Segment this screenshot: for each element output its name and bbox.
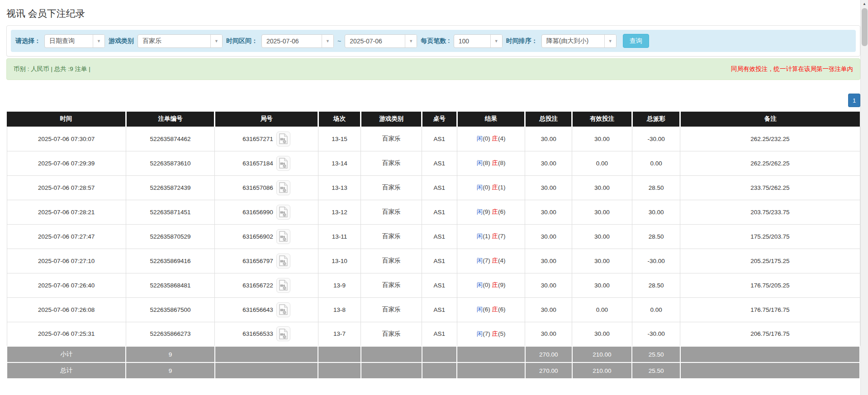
banker-label: 庄 bbox=[492, 208, 498, 215]
page-size-select[interactable]: 100 ▼ bbox=[454, 34, 503, 48]
column-header-0: 时间 bbox=[7, 112, 126, 127]
cell-bet-id: 522635872439 bbox=[126, 175, 215, 200]
video-file-icon bbox=[278, 182, 288, 193]
cell-game-type: 百家乐 bbox=[361, 224, 422, 249]
cell-round: 631657086 bbox=[215, 175, 318, 200]
total-row: 总计9270.00210.0025.50 bbox=[7, 362, 860, 379]
cell-remark: 262.25/232.25 bbox=[680, 127, 860, 151]
total-row-cell-1: 9 bbox=[126, 362, 215, 379]
view-video-button[interactable] bbox=[276, 229, 290, 244]
cell-payout: 0.00 bbox=[632, 151, 680, 175]
video-file-icon bbox=[278, 158, 288, 169]
sort-order-select[interactable]: 降冪(由大到小) ▼ bbox=[541, 34, 617, 48]
cell-game-type: 百家乐 bbox=[361, 297, 422, 322]
subtotal-row-cell-8: 210.00 bbox=[572, 346, 632, 362]
cell-session: 13-13 bbox=[318, 175, 361, 200]
player-label: 闲 bbox=[477, 135, 483, 142]
total-row-cell-7: 270.00 bbox=[525, 362, 572, 379]
chevron-down-icon[interactable]: ▼ bbox=[210, 35, 222, 47]
cell-bet-id: 522635868481 bbox=[126, 273, 215, 297]
search-button[interactable]: 查询 bbox=[623, 34, 649, 48]
cell-time: 2025-07-06 07:26:08 bbox=[7, 297, 126, 322]
date-to-input[interactable]: 2025-07-06 ▼ bbox=[345, 34, 417, 48]
cell-total-bet: 30.00 bbox=[525, 273, 572, 297]
cell-total-bet: 30.00 bbox=[525, 322, 572, 346]
cell-round: 631657184 bbox=[215, 151, 318, 175]
chevron-down-icon[interactable]: ▼ bbox=[322, 35, 333, 47]
cell-valid-bet: 0.00 bbox=[572, 151, 632, 175]
video-file-icon bbox=[278, 329, 288, 339]
page-size-label: 每页笔数 : bbox=[421, 37, 450, 45]
total-row-cell-5 bbox=[422, 362, 457, 379]
player-label: 闲 bbox=[477, 160, 483, 166]
view-video-button[interactable] bbox=[276, 132, 290, 146]
scrollbar-thumb[interactable] bbox=[862, 8, 868, 46]
player-score: (7) bbox=[483, 257, 492, 264]
cell-round: 631656990 bbox=[215, 200, 318, 224]
round-number: 631656643 bbox=[242, 306, 273, 313]
player-score: (7) bbox=[483, 330, 492, 337]
cell-session: 13-8 bbox=[318, 297, 361, 322]
player-label: 闲 bbox=[477, 208, 483, 215]
cell-round: 631657271 bbox=[215, 127, 318, 151]
cell-time: 2025-07-06 07:27:47 bbox=[7, 224, 126, 249]
game-type-select[interactable]: 百家乐 ▼ bbox=[138, 34, 223, 48]
query-type-select[interactable]: 日期查询 ▼ bbox=[44, 34, 105, 48]
cell-session: 13-10 bbox=[318, 249, 361, 273]
page-title: 视讯 会员下注纪录 bbox=[6, 0, 860, 25]
vertical-scrollbar[interactable]: ▲ bbox=[860, 0, 868, 395]
cell-bet-id: 522635867500 bbox=[126, 297, 215, 322]
view-video-button[interactable] bbox=[276, 302, 290, 317]
subtotal-row-cell-1: 9 bbox=[126, 346, 215, 362]
cell-time: 2025-07-06 07:29:39 bbox=[7, 151, 126, 175]
round-number: 631656797 bbox=[242, 258, 273, 264]
video-file-icon bbox=[278, 231, 288, 242]
date-from-value: 2025-07-06 bbox=[262, 35, 322, 47]
cell-remark: 175.25/203.75 bbox=[680, 224, 860, 249]
cell-session: 13-15 bbox=[318, 127, 361, 151]
column-header-6: 结果 bbox=[457, 112, 525, 127]
subtotal-row-cell-9: 25.50 bbox=[632, 346, 680, 362]
table-footer: 小计9270.00210.0025.50总计9270.00210.0025.50 bbox=[7, 346, 860, 379]
pagination-page-1[interactable]: 1 bbox=[848, 94, 860, 107]
round-cell-content: 631656643 bbox=[242, 302, 290, 317]
cell-table-no: AS1 bbox=[422, 151, 457, 175]
view-video-button[interactable] bbox=[276, 205, 290, 220]
date-from-input[interactable]: 2025-07-06 ▼ bbox=[261, 34, 334, 48]
chevron-down-icon[interactable]: ▼ bbox=[405, 35, 417, 47]
cell-valid-bet: 30.00 bbox=[572, 249, 632, 273]
cell-result: 闲(1) 庄(7) bbox=[457, 224, 525, 249]
view-video-button[interactable] bbox=[276, 326, 290, 341]
time-range-label: 时间区间： bbox=[226, 37, 258, 45]
banker-score: (8) bbox=[498, 160, 506, 166]
query-type-value: 日期查询 bbox=[45, 35, 93, 47]
round-cell-content: 631657271 bbox=[242, 132, 290, 146]
cell-session: 13-12 bbox=[318, 200, 361, 224]
round-number: 631656722 bbox=[242, 282, 273, 289]
view-video-button[interactable] bbox=[276, 254, 290, 268]
round-cell-content: 631657086 bbox=[242, 180, 290, 195]
chevron-down-icon[interactable]: ▼ bbox=[604, 35, 616, 47]
cell-valid-bet: 30.00 bbox=[572, 175, 632, 200]
game-type-value: 百家乐 bbox=[138, 35, 210, 47]
total-row-cell-4 bbox=[361, 362, 422, 379]
cell-table-no: AS1 bbox=[422, 127, 457, 151]
chevron-down-icon[interactable]: ▼ bbox=[490, 35, 502, 47]
chevron-down-icon[interactable]: ▼ bbox=[93, 35, 104, 47]
cell-result: 闲(7) 庄(4) bbox=[457, 249, 525, 273]
cell-bet-id: 522635873610 bbox=[126, 151, 215, 175]
cell-remark: 205.25/175.25 bbox=[680, 249, 860, 273]
pagination: 1 bbox=[6, 94, 860, 107]
cell-result: 闲(9) 庄(6) bbox=[457, 200, 525, 224]
scroll-up-icon[interactable]: ▲ bbox=[861, 0, 868, 8]
column-header-3: 场次 bbox=[318, 112, 361, 127]
cell-session: 13-11 bbox=[318, 224, 361, 249]
view-video-button[interactable] bbox=[276, 180, 290, 195]
banker-label: 庄 bbox=[492, 160, 498, 166]
banker-score: (9) bbox=[498, 282, 506, 288]
view-video-button[interactable] bbox=[276, 156, 290, 171]
filter-panel: 请选择： 日期查询 ▼ 游戏类别 百家乐 ▼ 时间区间： 2025-07-06 … bbox=[6, 25, 860, 56]
round-number: 631657271 bbox=[242, 136, 273, 142]
view-video-button[interactable] bbox=[276, 278, 290, 293]
cell-payout: 28.50 bbox=[632, 175, 680, 200]
